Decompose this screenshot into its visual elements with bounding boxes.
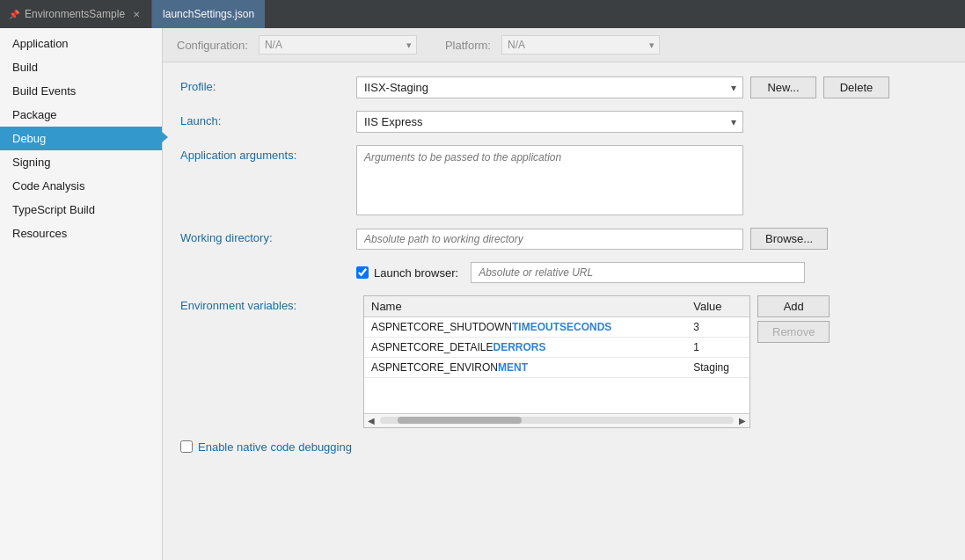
launch-browser-area: Launch browser: — [356, 262, 805, 283]
profile-label: Profile: — [180, 76, 356, 93]
env-name-cell: ASPNETCORE_ENVIRONMENT — [364, 358, 686, 378]
content-area: Configuration: N/A Platform: N/A Profile… — [163, 28, 965, 560]
env-name-cell: ASPNETCORE_SHUTDOWNTIMEOUTSECONDS — [364, 317, 686, 338]
sidebar-item-label: Signing — [12, 156, 50, 169]
profile-control-area: IISX-Staging New... Delete — [356, 76, 947, 98]
sidebar-item-code-analysis[interactable]: Code Analysis — [0, 174, 162, 198]
env-value-cell: 1 — [686, 338, 749, 358]
env-buttons: Add Remove — [757, 295, 830, 343]
config-bar: Configuration: N/A Platform: N/A — [163, 28, 965, 62]
sidebar-item-typescript-build[interactable]: TypeScript Build — [0, 198, 162, 222]
add-button[interactable]: Add — [757, 295, 830, 317]
env-value-cell: 3 — [686, 317, 749, 338]
launch-select-wrapper: IIS Express — [356, 111, 743, 133]
table-row[interactable]: ASPNETCORE_DETAILEDERRORS 1 — [364, 338, 749, 358]
env-empty-row — [364, 378, 749, 413]
env-col-value: Value — [686, 296, 749, 317]
table-row[interactable]: ASPNETCORE_ENVIRONMENT Staging — [364, 358, 749, 378]
launch-browser-label: Launch browser: — [374, 266, 458, 280]
sidebar-item-resources[interactable]: Resources — [0, 222, 162, 245]
working-dir-input[interactable] — [356, 229, 743, 250]
env-vars-row: Environment variables: Name Value — [180, 295, 947, 428]
working-dir-row: Working directory: Browse... — [180, 228, 947, 250]
scroll-track — [380, 417, 734, 424]
sidebar-item-label: TypeScript Build — [12, 203, 95, 216]
scroll-thumb — [398, 417, 522, 424]
platform-label: Platform: — [445, 39, 491, 52]
tab-environments[interactable]: 📌 EnvironmentsSample ✕ — [0, 0, 152, 28]
sidebar-item-debug[interactable]: Debug — [0, 127, 162, 150]
env-value-cell: Staging — [686, 358, 749, 378]
native-debug-label: Enable native code debugging — [198, 440, 352, 454]
launch-browser-row: Launch browser: — [180, 262, 947, 283]
sidebar-item-label: Application — [12, 37, 69, 50]
tab-bar: 📌 EnvironmentsSample ✕ launchSettings.js… — [0, 0, 965, 28]
sidebar-item-application[interactable]: Application — [0, 32, 162, 55]
delete-button[interactable]: Delete — [823, 76, 889, 98]
sidebar-item-signing[interactable]: Signing — [0, 150, 162, 174]
launch-browser-url-input[interactable] — [471, 262, 805, 283]
sidebar-item-label: Build Events — [12, 84, 76, 98]
env-table-wrapper: Name Value ASPNETCORE_SHUTDOWNTIMEOUTSEC… — [363, 295, 750, 428]
app-args-control — [356, 145, 947, 215]
app-args-textarea[interactable] — [356, 145, 743, 215]
env-vars-label: Environment variables: — [180, 295, 356, 312]
table-row[interactable]: ASPNETCORE_SHUTDOWNTIMEOUTSECONDS 3 — [364, 317, 749, 338]
sidebar-item-label: Resources — [12, 227, 67, 240]
profile-select[interactable]: IISX-Staging — [356, 76, 743, 98]
app-args-label: Application arguments: — [180, 145, 356, 162]
form-area: Profile: IISX-Staging New... Delete Laun… — [163, 62, 965, 468]
env-scrollbar[interactable]: ◀ ▶ — [364, 413, 749, 427]
app-args-row: Application arguments: — [180, 145, 947, 215]
tab-pin-icon: 📌 — [9, 10, 19, 19]
tab-file-label: launchSettings.json — [163, 8, 254, 20]
launch-label: Launch: — [180, 111, 356, 127]
platform-select[interactable]: N/A — [501, 35, 660, 55]
launch-browser-checkbox[interactable] — [356, 266, 369, 279]
working-dir-control: Browse... — [356, 228, 947, 250]
tab-close-icon[interactable]: ✕ — [130, 9, 143, 20]
sidebar-item-label: Debug — [12, 132, 46, 145]
sidebar-item-build-events[interactable]: Build Events — [0, 79, 162, 103]
sidebar-item-label: Code Analysis — [12, 179, 84, 193]
sidebar-item-build[interactable]: Build — [0, 55, 162, 79]
env-table-header: Name Value — [364, 296, 749, 317]
configuration-select[interactable]: N/A — [259, 35, 417, 55]
sidebar-item-label: Build — [12, 61, 38, 74]
native-debug-checkbox[interactable] — [180, 440, 193, 453]
sidebar-item-package[interactable]: Package — [0, 103, 162, 127]
launch-select[interactable]: IIS Express — [356, 111, 743, 133]
launch-control-area: IIS Express — [356, 111, 947, 133]
new-button[interactable]: New... — [750, 76, 816, 98]
sidebar-item-label: Package — [12, 108, 57, 121]
scroll-right-icon[interactable]: ▶ — [737, 416, 748, 425]
env-col-name: Name — [364, 296, 686, 317]
tab-launch-settings[interactable]: launchSettings.json — [152, 0, 265, 28]
env-name-cell: ASPNETCORE_DETAILEDERRORS — [364, 338, 686, 358]
native-debug-row: Enable native code debugging — [180, 440, 947, 454]
remove-button[interactable]: Remove — [757, 321, 830, 343]
configuration-select-wrapper: N/A — [259, 35, 417, 55]
sidebar: Application Build Build Events Package D… — [0, 28, 163, 560]
launch-row: Launch: IIS Express — [180, 111, 947, 133]
working-dir-label: Working directory: — [180, 228, 356, 244]
platform-select-wrapper: N/A — [501, 35, 660, 55]
configuration-label: Configuration: — [177, 39, 248, 52]
sidebar-active-arrow — [162, 132, 168, 142]
main-container: Application Build Build Events Package D… — [0, 28, 965, 560]
browse-button[interactable]: Browse... — [750, 228, 828, 250]
env-table: Name Value ASPNETCORE_SHUTDOWNTIMEOUTSEC… — [364, 296, 749, 413]
tab-label: EnvironmentsSample — [25, 8, 125, 20]
scroll-left-icon[interactable]: ◀ — [366, 416, 376, 425]
profile-row: Profile: IISX-Staging New... Delete — [180, 76, 947, 98]
profile-select-wrapper: IISX-Staging — [356, 76, 743, 98]
env-table-container: Name Value ASPNETCORE_SHUTDOWNTIMEOUTSEC… — [363, 295, 750, 428]
